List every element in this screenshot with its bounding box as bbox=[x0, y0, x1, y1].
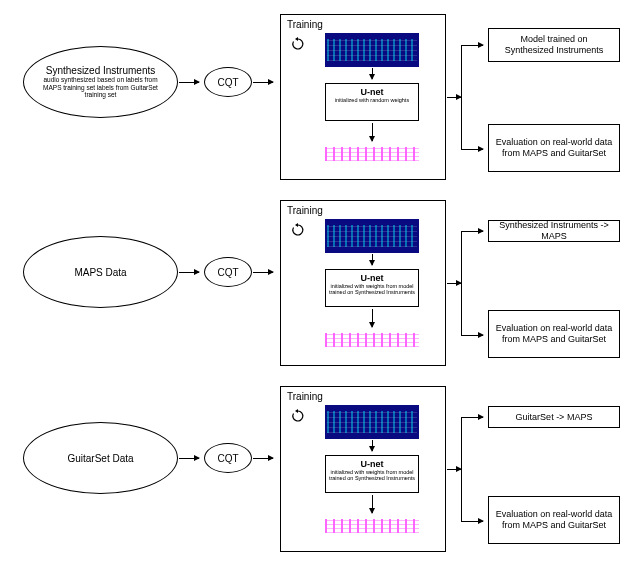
unet-sub: initialized with weights from model trai… bbox=[326, 469, 418, 481]
label: Evaluation on real-world data from MAPS … bbox=[495, 509, 613, 531]
arrow bbox=[179, 82, 199, 83]
unet-sub: initialized with weights from model trai… bbox=[326, 283, 418, 295]
source-synth: Synthesized Instruments audio synthesize… bbox=[23, 46, 178, 118]
out-eval-3: Evaluation on real-world data from MAPS … bbox=[488, 496, 620, 544]
label: GuitarSet -> MAPS bbox=[516, 412, 593, 423]
arrow bbox=[253, 272, 273, 273]
unet-sub: initialized with random weights bbox=[326, 97, 418, 103]
cqt-label: CQT bbox=[217, 267, 238, 278]
training-box-3: Training U-net initialized with weights … bbox=[280, 386, 446, 552]
training-label: Training bbox=[287, 391, 323, 402]
arrow bbox=[372, 440, 373, 451]
label: Model trained on Synthesized Instruments bbox=[495, 34, 613, 56]
source-title: GuitarSet Data bbox=[67, 453, 133, 464]
unet-title: U-net bbox=[326, 273, 418, 283]
out-eval-2: Evaluation on real-world data from MAPS … bbox=[488, 310, 620, 358]
source-title: Synthesized Instruments bbox=[46, 65, 156, 76]
arrow-branch bbox=[461, 231, 462, 283]
cqt-node-2: CQT bbox=[204, 257, 252, 287]
pianoroll-thumb bbox=[325, 331, 419, 349]
arrow bbox=[253, 82, 273, 83]
source-sub: audio synthesized based on labels from M… bbox=[24, 76, 177, 99]
unet-box: U-net initialized with random weights bbox=[325, 83, 419, 121]
arrow bbox=[372, 68, 373, 79]
arrow-branch bbox=[461, 283, 462, 335]
arrow bbox=[372, 495, 373, 513]
label: Synthesized Instruments -> MAPS bbox=[495, 220, 613, 242]
training-label: Training bbox=[287, 19, 323, 30]
arrow bbox=[461, 521, 483, 522]
arrow bbox=[461, 231, 483, 232]
arrow bbox=[461, 335, 483, 336]
out-model-guitarset: GuitarSet -> MAPS bbox=[488, 406, 620, 428]
unet-title: U-net bbox=[326, 459, 418, 469]
arrow-branch bbox=[461, 97, 462, 149]
cqt-node-3: CQT bbox=[204, 443, 252, 473]
out-eval-1: Evaluation on real-world data from MAPS … bbox=[488, 124, 620, 172]
unet-box: U-net initialized with weights from mode… bbox=[325, 455, 419, 493]
training-box-1: Training U-net initialized with random w… bbox=[280, 14, 446, 180]
arrow bbox=[461, 45, 483, 46]
label: Evaluation on real-world data from MAPS … bbox=[495, 137, 613, 159]
loop-icon bbox=[291, 223, 305, 241]
arrow-branch bbox=[461, 417, 462, 469]
arrow bbox=[372, 309, 373, 327]
pianoroll-thumb bbox=[325, 517, 419, 535]
arrow bbox=[461, 149, 483, 150]
spectrogram-thumb bbox=[325, 405, 419, 439]
source-guitarset: GuitarSet Data bbox=[23, 422, 178, 494]
out-model-maps: Synthesized Instruments -> MAPS bbox=[488, 220, 620, 242]
loop-icon bbox=[291, 409, 305, 427]
arrow bbox=[372, 123, 373, 141]
label: Evaluation on real-world data from MAPS … bbox=[495, 323, 613, 345]
arrow bbox=[179, 458, 199, 459]
arrow-stub bbox=[447, 283, 461, 284]
arrow bbox=[372, 254, 373, 265]
training-label: Training bbox=[287, 205, 323, 216]
arrow bbox=[461, 417, 483, 418]
unet-box: U-net initialized with weights from mode… bbox=[325, 269, 419, 307]
source-title: MAPS Data bbox=[74, 267, 126, 278]
arrow-branch bbox=[461, 469, 462, 521]
arrow bbox=[179, 272, 199, 273]
cqt-label: CQT bbox=[217, 77, 238, 88]
source-maps: MAPS Data bbox=[23, 236, 178, 308]
loop-icon bbox=[291, 37, 305, 55]
arrow-stub bbox=[447, 469, 461, 470]
arrow-branch bbox=[461, 45, 462, 97]
arrow bbox=[253, 458, 273, 459]
spectrogram-thumb bbox=[325, 219, 419, 253]
training-box-2: Training U-net initialized with weights … bbox=[280, 200, 446, 366]
arrow-stub bbox=[447, 97, 461, 98]
spectrogram-thumb bbox=[325, 33, 419, 67]
cqt-label: CQT bbox=[217, 453, 238, 464]
cqt-node-1: CQT bbox=[204, 67, 252, 97]
pianoroll-thumb bbox=[325, 145, 419, 163]
out-model-synth: Model trained on Synthesized Instruments bbox=[488, 28, 620, 62]
unet-title: U-net bbox=[326, 87, 418, 97]
